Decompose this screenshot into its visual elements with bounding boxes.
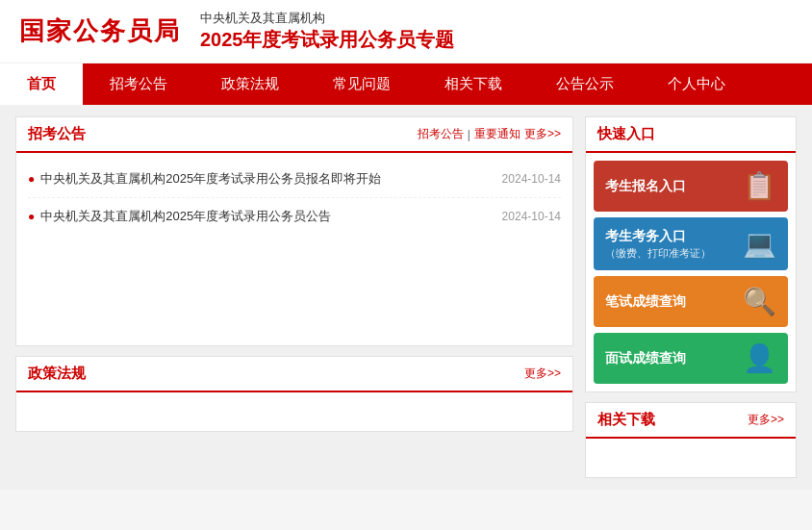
downloads-box: 相关下载 更多>>	[585, 402, 797, 478]
header-title-wrap: 中央机关及其直属机构 2025年度考试录用公务员专题	[200, 10, 455, 53]
register-icon: 📋	[743, 170, 776, 202]
announcement-text: 中央机关及其直属机构2025年度考试录用公务员报名即将开始	[40, 170, 492, 188]
announcements-header: 招考公告 招考公告 | 重要通知 更多>>	[16, 117, 572, 153]
header-subtitle: 中央机关及其直属机构	[200, 10, 455, 27]
bullet-icon: ●	[28, 210, 35, 223]
policy-box: 政策法规 更多>>	[15, 356, 573, 432]
link-more-announcements[interactable]: 更多>>	[524, 126, 561, 142]
quick-access-list: 考生报名入口 📋 考生考务入口 （缴费、打印准考证） 💻 笔试成绩查询 🔍	[586, 153, 796, 391]
announcements-list: ● 中央机关及其直属机构2025年度考试录用公务员报名即将开始 2024-10-…	[16, 153, 572, 345]
announcements-links: 招考公告 | 重要通知 更多>>	[418, 126, 561, 142]
header: 国家公务员局 中央机关及其直属机构 2025年度考试录用公务员专题	[0, 0, 812, 63]
left-panel: 招考公告 招考公告 | 重要通知 更多>> ● 中央机关及其直属机构2025年度…	[15, 116, 573, 478]
announcements-box: 招考公告 招考公告 | 重要通知 更多>> ● 中央机关及其直属机构2025年度…	[15, 116, 573, 346]
btn-written-score-label: 笔试成绩查询	[605, 292, 686, 312]
btn-register-label: 考生报名入口	[605, 177, 686, 196]
btn-exam-label: 考生考务入口	[605, 227, 711, 246]
announcement-date: 2024-10-14	[502, 172, 561, 186]
btn-written-score[interactable]: 笔试成绩查询 🔍	[594, 276, 788, 327]
link-more-downloads[interactable]: 更多>>	[748, 412, 784, 428]
nav-item-download[interactable]: 相关下载	[418, 63, 529, 105]
nav-item-notice[interactable]: 公告公示	[529, 63, 641, 105]
link-recruit-notice[interactable]: 招考公告	[418, 126, 464, 142]
nav-item-home[interactable]: 首页	[0, 63, 83, 105]
bullet-icon: ●	[28, 172, 35, 186]
policy-links: 更多>>	[524, 366, 561, 382]
policy-content	[16, 392, 572, 431]
content: 招考公告 招考公告 | 重要通知 更多>> ● 中央机关及其直属机构2025年度…	[0, 105, 812, 490]
interview-score-icon: 👤	[743, 342, 776, 374]
btn-interview-score[interactable]: 面试成绩查询 👤	[594, 333, 788, 384]
exam-icon: 💻	[743, 228, 776, 260]
right-panel: 快速入口 考生报名入口 📋 考生考务入口 （缴费、打印准考证） 💻	[585, 116, 797, 478]
list-item[interactable]: ● 中央机关及其直属机构2025年度考试录用公务员报名即将开始 2024-10-…	[28, 161, 561, 198]
quick-access-title: 快速入口	[586, 117, 796, 153]
announcements-title: 招考公告	[28, 125, 86, 143]
nav-item-policy[interactable]: 政策法规	[194, 63, 306, 105]
nav-item-personal[interactable]: 个人中心	[641, 63, 752, 105]
nav-item-announcement[interactable]: 招考公告	[83, 63, 194, 105]
quick-access-box: 快速入口 考生报名入口 📋 考生考务入口 （缴费、打印准考证） 💻	[585, 116, 797, 392]
downloads-header: 相关下载 更多>>	[586, 403, 796, 439]
btn-interview-score-label: 面试成绩查询	[605, 349, 686, 368]
announcement-text: 中央机关及其直属机构2025年度考试录用公务员公告	[40, 208, 492, 225]
announcement-date: 2024-10-14	[502, 210, 561, 223]
header-title: 2025年度考试录用公务员专题	[200, 27, 455, 53]
downloads-title: 相关下载	[597, 411, 655, 429]
btn-exam[interactable]: 考生考务入口 （缴费、打印准考证） 💻	[594, 217, 788, 270]
btn-register[interactable]: 考生报名入口 📋	[594, 161, 788, 212]
nav: 首页 招考公告 政策法规 常见问题 相关下载 公告公示 个人中心	[0, 63, 812, 105]
link-important-notice[interactable]: 重要通知	[474, 126, 520, 142]
downloads-content	[586, 439, 796, 477]
nav-item-faq[interactable]: 常见问题	[306, 63, 418, 105]
policy-header: 政策法规 更多>>	[16, 357, 572, 392]
downloads-links: 更多>>	[748, 412, 784, 428]
list-item[interactable]: ● 中央机关及其直属机构2025年度考试录用公务员公告 2024-10-14	[28, 198, 561, 235]
link-more-policy[interactable]: 更多>>	[524, 366, 561, 382]
policy-title: 政策法规	[28, 365, 86, 383]
btn-exam-sub: （缴费、打印准考证）	[605, 246, 711, 261]
written-score-icon: 🔍	[743, 286, 776, 317]
logo: 国家公务员局	[19, 14, 181, 48]
